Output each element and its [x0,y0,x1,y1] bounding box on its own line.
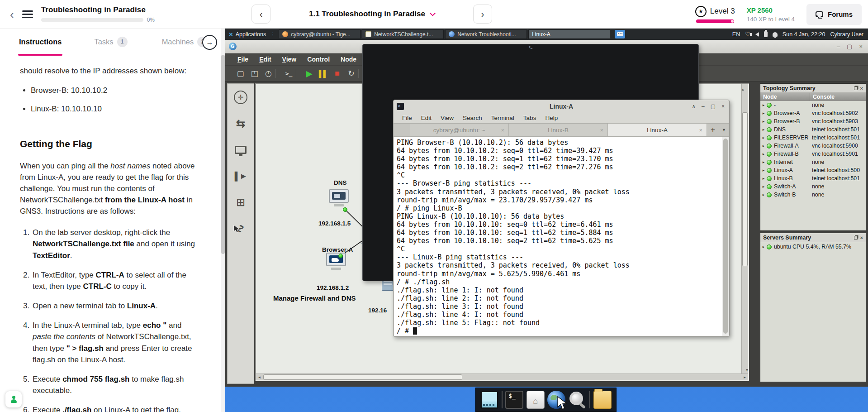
tab-tasks[interactable]: Tasks 1 [89,29,133,55]
menu-item[interactable]: Control [302,56,335,63]
terminal-titlebar[interactable]: >_ Linux-A ∧ – ▢ × [394,100,729,112]
browse-switches-button[interactable]: ⇆ [232,115,250,132]
close-panel-icon[interactable]: × [860,235,863,240]
menu-item[interactable]: File [398,115,416,121]
menu-item[interactable]: Tabs [519,115,541,121]
snapshot-icon[interactable]: ◷ [261,70,275,77]
tab-list-dropdown[interactable]: ▼ [719,124,729,136]
topology-node-row[interactable]: ▸ Linux-A telnet localhost:500 [760,166,866,174]
instructions-scrollbar[interactable] [221,29,225,412]
notifications-icon[interactable] [773,32,778,37]
menu-icon[interactable] [22,10,33,18]
menu-item[interactable]: Help [541,115,562,121]
topology-node-row[interactable]: ▸ Linux-B telnet localhost:501 [760,174,866,182]
menu-item[interactable]: View [277,56,302,63]
scrollbar-thumb[interactable] [263,374,462,380]
float-panel-icon[interactable] [854,86,858,90]
stop-icon[interactable]: ■ [330,69,344,77]
app-finder-icon[interactable] [569,391,587,409]
expand-arrow-icon[interactable]: ▸ [760,244,767,249]
expand-arrow-icon[interactable]: ▸ [760,127,767,132]
topology-node-row[interactable]: ▸ Firewall-B vnc localhost:5901 [760,150,866,158]
browse-all-devices-button[interactable]: ⊞ [232,194,250,211]
language-indicator[interactable]: EN [732,31,740,38]
scrollbar-thumb[interactable] [723,139,728,334]
forums-button[interactable]: Forums [806,4,862,25]
minimize-icon[interactable]: – [702,103,705,110]
scroll-up-icon[interactable]: ▴ [742,87,744,91]
close-icon[interactable]: × [859,43,863,50]
taskbar-window-button[interactable]: >_ Linux-A [528,29,610,39]
start-icon[interactable]: ▶ [302,69,316,78]
topology-node-row[interactable]: ▸ DNS telnet localhost:501 [760,125,866,134]
menu-item[interactable]: View [436,115,458,121]
topology-node-row[interactable]: ▸ Firewall-A vnc localhost:5900 [760,142,866,150]
topology-node-row[interactable]: ▸ Internet none [760,158,866,166]
expand-arrow-icon[interactable]: ▸ [760,152,767,156]
scrollbar-thumb[interactable] [742,112,748,266]
browse-end-devices-button[interactable] [232,142,250,158]
xterm-icon[interactable] [480,391,498,409]
scroll-left-icon[interactable]: ◂ [256,374,263,380]
expand-arrow-icon[interactable]: ▸ [760,168,767,172]
server-row[interactable]: ▸ ubuntu CPU 5.4%, RAM 55.7% [760,243,866,251]
prev-lesson-button[interactable]: ‹ [251,5,270,24]
menu-item[interactable]: File [232,56,253,63]
open-project-icon[interactable]: ◰ [247,70,261,77]
taskbar-window-button[interactable]: Network Troubleshooti... [445,29,527,39]
scroll-down-icon[interactable]: ▾ [744,367,749,374]
terminal-output[interactable]: PING Browser-B (10.10.10.2): 56 data byt… [394,137,729,336]
new-project-icon[interactable]: ▢ [233,70,247,77]
dns-node-icon[interactable] [327,189,350,207]
topology-node-row[interactable]: ▸ Switch-A none [760,182,866,191]
scrollbar-thumb[interactable] [221,55,225,254]
close-panel-icon[interactable]: × [860,86,863,91]
float-panel-icon[interactable] [854,236,858,240]
reload-icon[interactable]: ↻ [344,70,358,77]
close-icon[interactable]: × [721,103,725,110]
taskbar-window-button[interactable]: cybrary@ubuntu - Tige... [279,29,360,39]
expand-arrow-icon[interactable]: ▸ [760,111,767,115]
browser-a-node-icon[interactable] [325,253,347,271]
expand-arrow-icon[interactable]: ▸ [760,103,767,107]
minimize-icon[interactable]: – [837,43,840,50]
shade-icon[interactable]: ∧ [692,103,696,110]
browse-routers-button[interactable]: ✛ [232,89,250,105]
terminal-tab[interactable]: Linux-A [608,124,707,136]
expand-arrow-icon[interactable]: ▸ [760,144,767,148]
canvas-vscrollbar[interactable]: ▴ ▾ [741,84,748,374]
menu-item[interactable]: Edit [417,115,436,121]
clock[interactable]: Sun 4 Jan, 22:20 [783,31,825,38]
volume-icon[interactable] [755,32,759,37]
keyboard-layout-indicator[interactable] [615,30,625,38]
battery-icon[interactable] [764,31,768,37]
file-manager-icon[interactable]: ⌂ [526,391,545,409]
topology-node-row[interactable]: ▸ Browser-B vnc localhost:5903 [760,117,866,125]
node-label-browser-a[interactable]: Browser-A [322,246,353,253]
browse-security-devices-button[interactable]: ▌► [232,168,250,184]
chevron-down-icon[interactable] [430,10,436,16]
tabs-next-arrow-button[interactable]: → [202,35,217,50]
menu-item[interactable]: Edit [254,56,276,63]
menu-item[interactable]: Search [459,115,486,121]
topology-node-row[interactable]: ▸ Browser-A vnc localhost:5902 [760,109,866,117]
expand-arrow-icon[interactable]: ▸ [760,176,767,181]
pause-icon[interactable]: ▌▌ [316,70,330,77]
terminal-tab[interactable]: Linux-B [509,124,608,136]
menu-item[interactable]: Terminal [487,115,518,121]
support-chat-widget[interactable] [5,391,22,407]
topology-node-row[interactable]: ▸ FILESERVER telnet localhost:501 [760,134,866,142]
toolbar-separator[interactable] [296,69,302,78]
taskbar-window-button[interactable]: NetworkTSChallenge.t... [362,29,444,39]
tab-instructions[interactable]: Instructions [14,29,67,55]
node-label-dns[interactable]: DNS [334,179,347,186]
applications-menu[interactable]: Applications [236,31,266,38]
expand-arrow-icon[interactable]: ▸ [760,192,767,197]
console-icon[interactable]: >_ [282,71,296,77]
expand-arrow-icon[interactable]: ▸ [760,135,767,140]
topology-canvas[interactable]: DNS 192.168.1.5 Switch ⇄ Browser-A FILES… [255,83,749,381]
xubuntu-logo-icon[interactable]: × [229,30,233,38]
topology-node-row[interactable]: ▸ - none [760,101,866,109]
next-lesson-button[interactable]: › [473,5,492,24]
expand-arrow-icon[interactable]: ▸ [760,119,767,124]
